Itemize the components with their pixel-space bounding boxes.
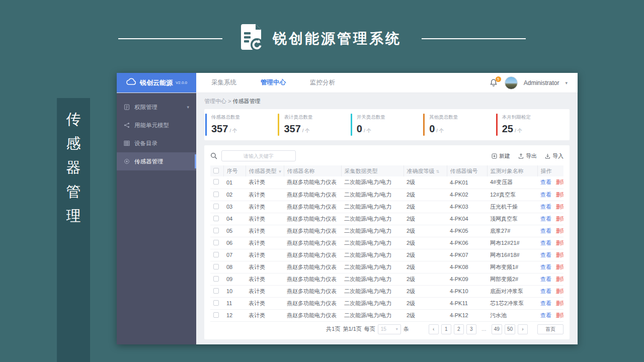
row-checkbox[interactable] bbox=[213, 192, 219, 197]
row-checkbox[interactable] bbox=[213, 216, 219, 221]
stat-card: 其他类总数量0/ 个 bbox=[423, 114, 496, 136]
delete-link[interactable]: 删除 bbox=[556, 264, 564, 270]
select-all-checkbox[interactable] bbox=[213, 168, 219, 173]
cell-type: 表计类 bbox=[246, 309, 284, 321]
breadcrumb-separator: > bbox=[228, 98, 231, 104]
export-icon bbox=[518, 153, 524, 159]
notification-bell-icon[interactable]: 5 bbox=[490, 78, 499, 87]
pagination: 共1页 第1/1页 每页 15 ▾ 条 ‹ 123…4950 › bbox=[210, 324, 564, 334]
view-link[interactable]: 查看 bbox=[540, 264, 551, 270]
stat-value: 357/ 个 bbox=[284, 124, 312, 136]
view-link[interactable]: 查看 bbox=[540, 240, 551, 246]
column-header: 操作 bbox=[537, 165, 564, 176]
cell-actions: 查看删除 bbox=[537, 225, 564, 237]
view-link[interactable]: 查看 bbox=[540, 228, 551, 234]
export-button[interactable]: 导出 bbox=[518, 152, 537, 160]
page-button[interactable]: 50 bbox=[505, 324, 515, 334]
view-link[interactable]: 查看 bbox=[540, 216, 551, 222]
sidebar-item[interactable]: 用能单元模型 bbox=[117, 116, 196, 134]
delete-link[interactable]: 删除 bbox=[556, 179, 564, 185]
avatar[interactable] bbox=[505, 76, 518, 89]
page-button[interactable]: 3 bbox=[466, 324, 476, 334]
nav-tab-0[interactable]: 采集系统 bbox=[211, 78, 236, 87]
import-button[interactable]: 导入 bbox=[545, 152, 564, 160]
new-button-label: 新建 bbox=[499, 152, 510, 160]
row-checkbox[interactable] bbox=[213, 252, 219, 257]
sidebar-item[interactable]: 权限管理▾ bbox=[117, 98, 196, 116]
view-link[interactable]: 查看 bbox=[540, 276, 551, 282]
sidebar-item-label: 设备目录 bbox=[134, 140, 157, 147]
sidebar-item-label: 传感器管理 bbox=[134, 158, 164, 165]
cell-type: 表计类 bbox=[246, 189, 284, 201]
delete-link[interactable]: 删除 bbox=[556, 204, 564, 210]
table-row: 11表计类燕赵多功能电力仪表二次能源/电力/电力2级4-PK11芯1芯2冲浆泵查… bbox=[210, 297, 564, 309]
delete-link[interactable]: 删除 bbox=[556, 288, 564, 294]
cell-type: 表计类 bbox=[246, 285, 284, 297]
row-checkbox[interactable] bbox=[213, 312, 219, 318]
view-link[interactable]: 查看 bbox=[540, 300, 551, 306]
filter-icon[interactable]: ▼ bbox=[278, 169, 282, 174]
breadcrumb-parent[interactable]: 管理中心 bbox=[204, 98, 226, 104]
row-checkbox[interactable] bbox=[213, 276, 219, 282]
stat-unit: / 个 bbox=[515, 128, 522, 133]
cell-type: 表计类 bbox=[246, 213, 284, 225]
sort-icon[interactable]: ⇅ bbox=[436, 169, 440, 174]
user-name[interactable]: Administrator bbox=[524, 79, 559, 86]
new-button[interactable]: 新建 bbox=[492, 152, 510, 160]
row-checkbox[interactable] bbox=[213, 300, 219, 306]
row-checkbox[interactable] bbox=[213, 204, 219, 209]
cell-type: 表计类 bbox=[246, 237, 284, 249]
row-checkbox[interactable] bbox=[213, 179, 219, 185]
cell-accuracy: 2级 bbox=[404, 237, 447, 249]
pager-prev-button[interactable]: ‹ bbox=[429, 324, 439, 334]
stat-card: 本月到期检定25/ 个 bbox=[496, 114, 569, 136]
cell-name: 燕赵多功能电力仪表 bbox=[284, 309, 341, 321]
view-link[interactable]: 查看 bbox=[540, 179, 551, 185]
row-checkbox[interactable] bbox=[213, 264, 219, 269]
first-page-button[interactable]: 首页 bbox=[537, 324, 564, 334]
page-button[interactable]: 2 bbox=[454, 324, 464, 334]
page-button[interactable]: 1 bbox=[441, 324, 451, 334]
delete-link[interactable]: 删除 bbox=[556, 300, 564, 306]
per-page-label: 每页 bbox=[364, 325, 375, 333]
delete-link[interactable]: 删除 bbox=[556, 276, 564, 282]
pager-next-button[interactable]: › bbox=[518, 324, 528, 334]
delete-link[interactable]: 删除 bbox=[556, 192, 564, 198]
sidebar-item[interactable]: 传感器管理 bbox=[117, 152, 196, 170]
row-checkbox-cell bbox=[210, 309, 223, 321]
view-link[interactable]: 查看 bbox=[540, 312, 551, 318]
row-checkbox[interactable] bbox=[213, 228, 219, 233]
app-window: 锐创云能源 V2.0.0 采集系统管理中心监控分析 5 Administrato… bbox=[117, 73, 578, 344]
app-logo[interactable]: 锐创云能源 V2.0.0 bbox=[117, 73, 196, 93]
chevron-down-icon[interactable]: ▾ bbox=[565, 80, 568, 85]
cell-actions: 查看删除 bbox=[537, 309, 564, 321]
export-button-label: 导出 bbox=[526, 152, 537, 160]
row-checkbox[interactable] bbox=[213, 240, 219, 245]
cell-code: 4-PK06 bbox=[447, 237, 487, 249]
nav-tab-2[interactable]: 监控分析 bbox=[310, 78, 335, 87]
delete-link[interactable]: 删除 bbox=[556, 228, 564, 234]
view-link[interactable]: 查看 bbox=[540, 288, 551, 294]
cell-no: 11 bbox=[223, 297, 246, 309]
delete-link[interactable]: 删除 bbox=[556, 312, 564, 318]
delete-link[interactable]: 删除 bbox=[556, 252, 564, 258]
cell-accuracy: 2级 bbox=[404, 189, 447, 201]
delete-link[interactable]: 删除 bbox=[556, 240, 564, 246]
toolbar: 新建 导出 bbox=[210, 149, 564, 162]
cell-name: 燕赵多功能电力仪表 bbox=[284, 261, 341, 273]
view-link[interactable]: 查看 bbox=[540, 192, 551, 198]
cell-code: 4-PK12 bbox=[447, 309, 487, 321]
cell-target: 底浆27# bbox=[487, 225, 537, 237]
view-link[interactable]: 查看 bbox=[540, 252, 551, 258]
view-link[interactable]: 查看 bbox=[540, 204, 551, 210]
sidebar-item[interactable]: 设备目录 bbox=[117, 134, 196, 152]
search-input[interactable] bbox=[221, 150, 296, 161]
delete-link[interactable]: 删除 bbox=[556, 216, 564, 222]
cell-target: 网部变频2# bbox=[487, 273, 537, 285]
column-header: 序号 bbox=[223, 165, 246, 176]
chevron-right-icon: › bbox=[522, 326, 523, 332]
per-page-select[interactable]: 15 ▾ bbox=[378, 324, 401, 334]
page-button[interactable]: 49 bbox=[492, 324, 502, 334]
nav-tab-1[interactable]: 管理中心 bbox=[261, 78, 286, 87]
row-checkbox[interactable] bbox=[213, 288, 219, 294]
